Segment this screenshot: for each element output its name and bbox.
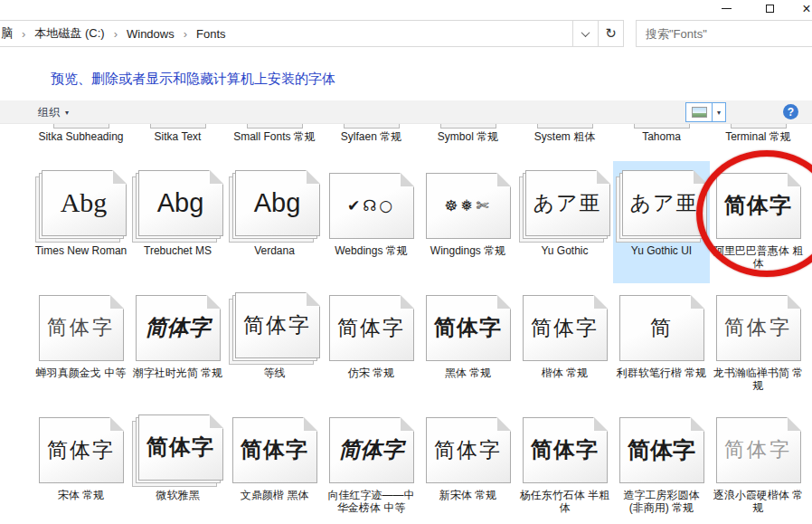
font-item[interactable]: 简体字 造字工房彩圆体 (非商用) 常规 xyxy=(613,405,710,524)
font-item-label: 潮字社时光简 常规 xyxy=(132,367,224,379)
font-preview-glyph: あア亜 xyxy=(533,189,601,217)
font-icon-zone: ☸❅✄ xyxy=(420,161,516,244)
organize-menu-button[interactable]: 组织 ▾ xyxy=(38,105,69,120)
breadcrumb-item-fonts[interactable]: Fonts xyxy=(194,27,228,41)
font-item-partial[interactable]: Tahoma xyxy=(613,124,710,161)
font-preview-glyph: 简体字 xyxy=(146,313,211,342)
font-item-partial[interactable]: Sitka Text xyxy=(129,124,226,161)
font-item[interactable]: 简体字 楷体 常规 xyxy=(516,283,613,405)
change-view-split-button: ▾ xyxy=(685,102,726,122)
breadcrumb-separator-icon: › xyxy=(107,27,125,41)
font-item[interactable]: 简体字 新宋体 常规 xyxy=(420,405,516,524)
breadcrumb-item-computer[interactable]: 脑 xyxy=(0,25,14,42)
font-icon-zone: 简体字 xyxy=(613,405,710,489)
address-bar[interactable]: 脑 › 本地磁盘 (C:) › Windows › Fonts ↻ xyxy=(0,20,624,47)
font-item-label: 杨任东竹石体 半粗体 xyxy=(519,489,611,514)
font-file-icon: 简 xyxy=(619,295,704,361)
address-dropdown-button[interactable] xyxy=(572,21,598,46)
font-grid: Sitka Subheading Sitka Text Small Fonts … xyxy=(0,124,812,524)
font-item-partial[interactable]: Symbol 常规 xyxy=(420,124,516,161)
font-icon-zone: 简体字 xyxy=(516,283,613,367)
font-item[interactable]: 简体字 仿宋 常规 xyxy=(323,283,420,405)
close-button[interactable]: × xyxy=(799,2,812,15)
font-icon-zone: 简体字 xyxy=(710,161,807,244)
font-item-partial[interactable]: Small Fonts 常规 xyxy=(226,124,323,161)
font-icon-zone: 简体字 xyxy=(420,405,516,489)
font-item[interactable]: Abg Times New Roman xyxy=(33,161,129,283)
breadcrumb-item-windows[interactable]: Windows xyxy=(125,27,176,41)
font-icon-zone: 简体字 xyxy=(226,283,323,367)
font-item-label: Sylfaen 常规 xyxy=(326,130,418,143)
font-icon-zone: 简体字 xyxy=(33,283,129,367)
font-item[interactable]: ✔☊○ Webdings 常规 xyxy=(323,161,420,283)
font-item-partial[interactable]: System 粗体 xyxy=(516,124,613,161)
font-preview-glyph: 简体字 xyxy=(531,435,599,464)
font-icon-zone: 简体字 xyxy=(323,283,420,367)
font-icon-zone: 简体字 xyxy=(420,283,516,367)
font-icon-zone: Abg xyxy=(129,161,226,244)
font-item[interactable]: 简体字 逐浪小霞硬楷体 常规 xyxy=(710,405,807,524)
font-item[interactable]: 简体字 文鼎颜楷 黑体 xyxy=(226,405,323,524)
font-icon-zone: 简体字 xyxy=(710,283,807,367)
chevron-down-icon: ▾ xyxy=(717,109,721,117)
font-item[interactable]: 简体字 微软雅黑 xyxy=(129,405,226,524)
font-preview-glyph: 简体字 xyxy=(724,191,792,220)
font-item[interactable]: 简体字 向佳红字迹——中华金榜体 中等 xyxy=(323,405,420,524)
font-item[interactable]: ☸❅✄ Wingdings 常规 xyxy=(420,161,516,283)
font-file-icon: ✔☊○ xyxy=(329,173,414,239)
font-item-label: Wingdings 常规 xyxy=(422,244,515,257)
font-file-icon: 简体字 xyxy=(138,414,223,481)
font-item[interactable]: 简 利群软笔行楷 常规 xyxy=(613,283,710,405)
font-item[interactable]: 简体字 蝉羽真颜金戈 中等 xyxy=(33,283,129,405)
font-file-icon: Abg xyxy=(235,170,320,236)
font-icon-zone: Abg xyxy=(226,161,323,244)
breadcrumb-item-local-disk-c[interactable]: 本地磁盘 (C:) xyxy=(33,25,106,42)
font-item-label: 文鼎颜楷 黑体 xyxy=(229,489,321,501)
title-bar: × xyxy=(0,0,812,17)
font-item-label: 造字工房彩圆体 (非商用) 常规 xyxy=(616,489,708,514)
font-file-icon: 简体字 xyxy=(136,295,221,361)
font-preview-glyph: 简体字 xyxy=(146,433,214,462)
font-item-label: 微软雅黑 xyxy=(132,489,224,501)
help-button[interactable]: ? xyxy=(783,104,798,119)
font-item[interactable]: 简体字 龙书瀚临禅书简 常规 xyxy=(710,283,807,405)
font-item-label: 龙书瀚临禅书简 常规 xyxy=(713,367,805,392)
organize-label: 组织 xyxy=(38,105,60,120)
font-file-icon: 简体字 xyxy=(716,173,801,239)
font-item[interactable]: Abg Trebuchet MS xyxy=(129,161,226,283)
font-item[interactable]: 简体字 杨任东竹石体 半粗体 xyxy=(516,405,613,524)
font-item[interactable]: あア亜 Yu Gothic xyxy=(516,161,613,283)
font-item[interactable]: 简体字 潮字社时光简 常规 xyxy=(129,283,226,405)
font-icon-zone: あア亜 xyxy=(613,161,710,244)
change-view-dropdown-button[interactable]: ▾ xyxy=(712,103,725,121)
font-item[interactable]: あア亜 Yu Gothic UI xyxy=(613,161,710,283)
font-item[interactable]: 简体字 等线 xyxy=(226,283,323,405)
font-file-icon: あア亜 xyxy=(525,170,610,236)
font-icon-zone: 简体字 xyxy=(129,405,226,489)
font-file-icon-fragment xyxy=(440,124,496,129)
minimize-button[interactable] xyxy=(719,2,733,15)
refresh-icon: ↻ xyxy=(605,25,617,42)
font-icon-zone: Abg xyxy=(33,161,129,244)
font-preview-glyph: ✔☊○ xyxy=(347,196,395,214)
change-view-button[interactable] xyxy=(686,103,712,121)
font-preview-glyph: 简 xyxy=(650,314,673,342)
font-icon-zone: 简体字 xyxy=(33,405,129,489)
font-file-icon: 简体字 xyxy=(716,417,801,483)
font-item-label: Sitka Subheading xyxy=(35,130,127,143)
font-item[interactable]: Abg Verdana xyxy=(226,161,323,283)
font-item-partial[interactable]: Terminal 常规 xyxy=(710,124,807,161)
refresh-button[interactable]: ↻ xyxy=(598,21,623,46)
font-item-label: 向佳红字迹——中华金榜体 中等 xyxy=(326,489,418,514)
font-item-label: 利群软笔行楷 常规 xyxy=(616,367,708,379)
search-input[interactable] xyxy=(637,27,810,41)
font-item[interactable]: 简体字 黑体 常规 xyxy=(420,283,516,405)
font-file-icon: 简体字 xyxy=(232,417,317,483)
font-item-partial[interactable]: Sitka Subheading xyxy=(33,124,129,161)
font-item[interactable]: 简体字 宋体 常规 xyxy=(33,405,129,524)
font-item[interactable]: 简体字 阿里巴巴普惠体 粗体 xyxy=(710,161,807,283)
maximize-button[interactable] xyxy=(762,2,777,15)
font-item-label: Verdana xyxy=(229,244,321,257)
font-item-partial[interactable]: Sylfaen 常规 xyxy=(323,124,420,161)
font-preview-glyph: 简体字 xyxy=(434,313,502,342)
